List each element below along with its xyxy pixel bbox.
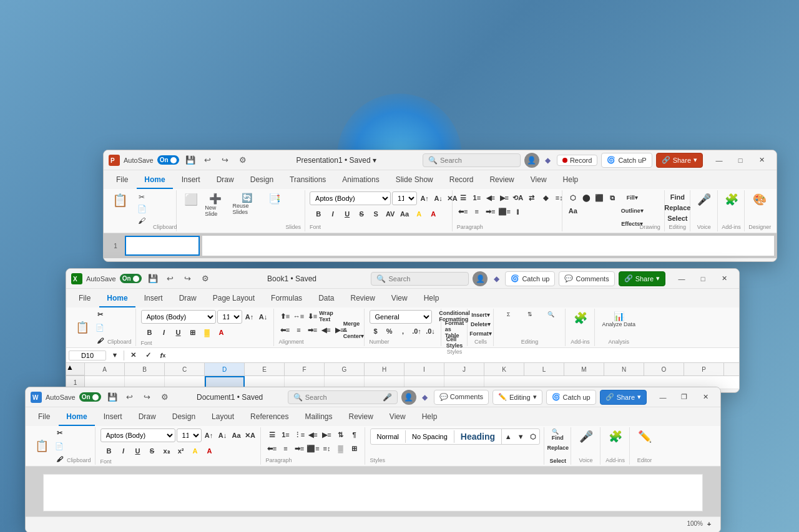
excel-cell-ref[interactable] (69, 351, 106, 360)
ppt-shape-3[interactable]: ⬛ (593, 191, 605, 204)
excel-format-table-btn[interactable]: Format as Table (448, 323, 461, 336)
word-tab-draw[interactable]: Draw (131, 409, 164, 426)
excel-italic-btn[interactable]: I (158, 326, 170, 339)
excel-tab-view[interactable]: View (384, 290, 415, 307)
excel-maximize-btn[interactable]: □ (693, 272, 713, 286)
word-underline-btn[interactable]: U (132, 445, 144, 457)
excel-wrap-text-btn[interactable]: Wrap Text (320, 310, 333, 322)
word-tab-insert[interactable]: Insert (96, 409, 130, 426)
ppt-user-avatar[interactable]: 👤 (524, 153, 539, 168)
excel-name-box-dropdown[interactable]: ▾ (109, 349, 121, 362)
excel-insert-function-btn[interactable]: fx (157, 349, 169, 362)
word-show-para-btn[interactable]: ¶ (348, 428, 361, 441)
excel-col-g[interactable]: G (325, 363, 365, 375)
word-styles-scroll-up[interactable]: ▲ (502, 430, 514, 443)
word-sort-btn[interactable]: ⇅ (335, 428, 347, 441)
excel-col-p[interactable]: P (684, 363, 724, 375)
ppt-select-btn[interactable]: Select (671, 213, 684, 224)
excel-col-f[interactable]: F (285, 363, 325, 375)
word-clear-format-btn[interactable]: ✕A (244, 429, 257, 442)
excel-comma-btn[interactable]: , (397, 325, 409, 337)
excel-font-color-btn[interactable]: A (215, 326, 228, 339)
ppt-customize-icon[interactable]: ⚙ (235, 153, 250, 168)
word-user-avatar[interactable]: 👤 (401, 390, 416, 405)
excel-format-btn[interactable]: Format▾ (474, 329, 487, 339)
excel-paste-btn[interactable]: 📋 (72, 319, 92, 336)
ppt-copy-btn[interactable]: 📄 (132, 203, 152, 215)
ppt-shadow-btn[interactable]: S (370, 208, 382, 220)
ppt-addins-btn[interactable]: 🧩 (722, 191, 742, 208)
ppt-shape-effects-btn[interactable]: Effects▾ (626, 218, 639, 230)
excel-tab-pagelayout[interactable]: Page Layout (205, 290, 262, 307)
excel-tab-data[interactable]: Data (311, 290, 341, 307)
ppt-slide-layout-btn[interactable]: ⬜ (181, 191, 201, 208)
excel-select-all-btn[interactable]: ▲ (66, 363, 85, 375)
word-copilot-icon[interactable] (420, 392, 430, 402)
ppt-save-icon[interactable]: 💾 (183, 153, 198, 168)
excel-share-button[interactable]: 🔗 Share ▾ (619, 271, 665, 286)
ppt-tab-transitions[interactable]: Transitions (282, 172, 333, 189)
ppt-tab-insert[interactable]: Insert (174, 172, 208, 189)
ppt-shape-fill-btn[interactable]: Fill▾ (626, 191, 639, 204)
ppt-tab-review[interactable]: Review (482, 172, 521, 189)
ppt-maximize-btn[interactable]: □ (730, 153, 750, 167)
excel-col-e[interactable]: E (245, 363, 285, 375)
ppt-tab-slideshow[interactable]: Slide Show (388, 172, 441, 189)
excel-bottom-align-btn[interactable]: ⬇≡ (306, 310, 319, 322)
word-tab-mailings[interactable]: Mailings (297, 409, 340, 426)
word-redo-icon[interactable]: ↪ (140, 390, 155, 405)
excel-customize-icon[interactable]: ⚙ (198, 271, 213, 286)
ppt-bold-btn[interactable]: B (312, 208, 325, 220)
excel-save-icon[interactable]: 💾 (145, 271, 160, 286)
word-tab-help[interactable]: Help (414, 409, 445, 426)
ppt-section-btn[interactable]: 📑 (265, 191, 285, 206)
word-align-right-btn[interactable]: ➡≡ (293, 442, 306, 455)
word-style-no-spacing[interactable]: No Spacing (406, 430, 454, 443)
ppt-reuse-slides-btn[interactable]: 🔄 Reuse Slides (230, 191, 263, 216)
word-border-btn[interactable]: ⊞ (348, 442, 361, 455)
excel-cancel-formula-btn[interactable]: ✕ (127, 349, 139, 362)
word-restore-btn[interactable]: ❐ (674, 390, 694, 404)
excel-col-n[interactable]: N (604, 363, 644, 375)
excel-autosum-btn[interactable]: Σ (499, 310, 519, 319)
word-format-painter-btn[interactable]: 🖌 (53, 453, 66, 465)
ppt-font-name-select[interactable]: Aptos (Body) (310, 191, 391, 205)
ppt-share-button[interactable]: 🔗 Share ▾ (656, 153, 703, 168)
ppt-smart-art-btn[interactable]: ◆ (539, 191, 552, 204)
word-bullets-btn[interactable]: ☰ (266, 428, 278, 441)
word-font-size-select[interactable]: 11 (177, 428, 202, 442)
ppt-decrease-indent-btn[interactable]: ◀≡ (484, 191, 497, 204)
word-tab-file[interactable]: File (31, 409, 57, 426)
excel-decrease-indent-btn[interactable]: ◀≡ (320, 324, 333, 336)
word-tab-design[interactable]: Design (165, 409, 203, 426)
excel-fill-color-btn[interactable]: ▓ (201, 326, 213, 339)
excel-col-o[interactable]: O (644, 363, 684, 375)
ppt-dictate-btn[interactable]: 🎤 (694, 191, 714, 208)
ppt-text-direction-btn[interactable]: ⟲A (512, 191, 524, 204)
ppt-designer-btn[interactable]: 🎨 (750, 191, 770, 208)
ppt-redo-icon[interactable] (218, 153, 233, 168)
ppt-align-right-btn[interactable]: ➡≡ (484, 205, 497, 218)
word-autosave-toggle[interactable]: On (79, 392, 101, 402)
ppt-format-painter-btn[interactable]: 🖌 (132, 215, 152, 226)
excel-cut-btn[interactable]: ✂ (94, 308, 106, 321)
ppt-tab-help[interactable]: Help (556, 172, 586, 189)
excel-col-b[interactable]: B (125, 363, 165, 375)
word-copy-btn[interactable]: 📄 (53, 440, 66, 452)
excel-col-a[interactable]: A (85, 363, 125, 375)
word-replace-btn[interactable]: Replace (552, 442, 564, 454)
ppt-highlight-btn[interactable]: A (413, 208, 425, 220)
excel-bold-btn[interactable]: B (144, 326, 156, 339)
word-editing-button[interactable]: ✏️ Editing ▾ (493, 390, 542, 405)
excel-tab-file[interactable]: File (71, 290, 98, 307)
excel-delete-btn[interactable]: Delete▾ (474, 319, 487, 329)
word-catchup-button[interactable]: 🌀 Catch up (546, 390, 596, 405)
ppt-italic-btn[interactable]: I (326, 208, 339, 220)
word-style-heading[interactable]: Heading (454, 429, 502, 444)
ppt-columns-btn[interactable]: ⫿ (512, 205, 524, 218)
excel-underline-btn[interactable]: U (172, 326, 185, 339)
excel-close-btn[interactable]: ✕ (714, 272, 734, 286)
excel-copy-btn[interactable]: 📄 (94, 321, 106, 334)
ppt-slide-canvas[interactable] (202, 236, 774, 256)
word-strikethrough-btn[interactable]: S (146, 445, 159, 457)
